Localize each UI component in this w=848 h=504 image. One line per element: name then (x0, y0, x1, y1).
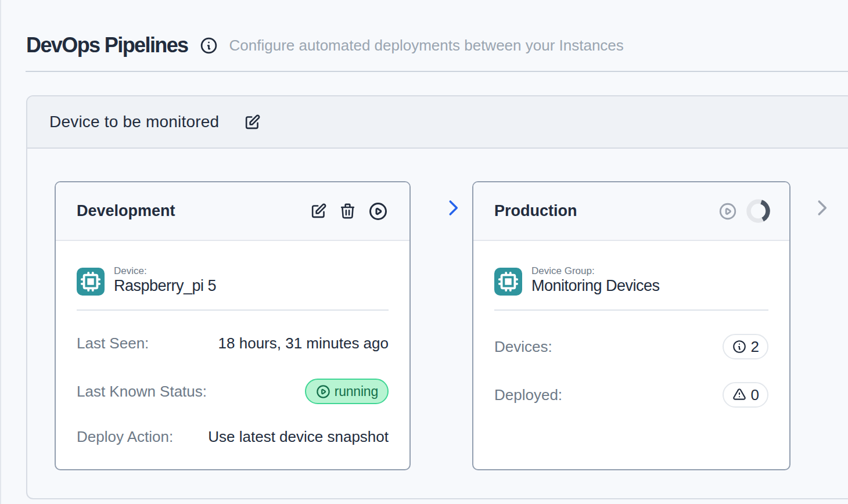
devices-row: Devices: 2 (494, 334, 768, 359)
device-group-label: Device Group: (531, 265, 660, 277)
device-label: Device: (114, 265, 216, 277)
pipeline-card: Device to be monitored Development (26, 95, 848, 499)
trash-icon (339, 202, 357, 220)
page-header: DevOps Pipelines Configure automated dep… (26, 33, 848, 58)
stage-body: Device: Raspberry_pi 5 Last Seen: 18 hou… (56, 268, 409, 446)
stage-card-development: Development (55, 181, 411, 470)
run-pipeline-stage-button-disabled[interactable] (718, 201, 738, 221)
page-title: DevOps Pipelines (26, 33, 188, 58)
row-value: Use latest device snapshot (208, 428, 389, 446)
stage-name: Production (494, 202, 577, 220)
stage-name: Development (77, 202, 175, 220)
run-pipeline-stage-button[interactable] (368, 201, 389, 222)
pencil-square-icon (310, 202, 328, 220)
device-text: Device: Raspberry_pi 5 (114, 265, 216, 294)
count-text: 0 (751, 386, 759, 404)
stage-divider (77, 309, 389, 311)
status-text: running (335, 384, 378, 399)
device-text: Device Group: Monitoring Devices (531, 265, 660, 294)
pencil-square-icon (243, 113, 261, 131)
edit-pipeline-button[interactable] (243, 113, 261, 131)
row-value: 18 hours, 31 minutes ago (218, 334, 389, 352)
chip-icon (497, 271, 519, 293)
warning-triangle-icon (732, 387, 747, 402)
row-label: Deploy Action: (77, 428, 173, 446)
loading-spinner-icon (746, 199, 770, 223)
devops-pipelines-page: DevOps Pipelines Configure automated dep… (0, 0, 848, 504)
chevron-right-icon (811, 197, 833, 219)
deployed-row: Deployed: 0 (494, 382, 768, 408)
row-label: Last Known Status: (77, 383, 207, 401)
stage-connector (411, 181, 472, 470)
play-circle-icon (368, 201, 389, 222)
stage-header-production: Production (473, 182, 789, 241)
pipeline-card-header: Device to be monitored (27, 96, 848, 149)
row-label: Deployed: (494, 386, 562, 404)
devices-count-badge: 2 (723, 334, 768, 359)
stage-actions (718, 199, 770, 223)
chevron-right-icon (442, 197, 464, 219)
info-circle-icon[interactable] (199, 36, 218, 55)
stage-header-development: Development (56, 182, 409, 241)
deploy-action-row: Deploy Action: Use latest device snapsho… (77, 427, 389, 446)
device-chip-tile (77, 268, 105, 296)
play-circle-icon (315, 384, 331, 399)
stage-divider (494, 309, 768, 311)
delete-stage-button[interactable] (339, 202, 357, 220)
page-subtitle: Configure automated deployments between … (229, 36, 624, 55)
count-text: 2 (751, 338, 759, 356)
device-name: Raspberry_pi 5 (114, 277, 216, 294)
deployed-count-badge: 0 (723, 382, 768, 408)
play-circle-icon (718, 201, 738, 221)
stage-body: Device Group: Monitoring Devices Devices… (473, 268, 789, 408)
status-badge-running: running (305, 379, 389, 404)
edit-stage-button[interactable] (310, 202, 328, 220)
row-label: Devices: (494, 338, 552, 356)
chip-icon (80, 271, 102, 293)
device-group-row: Device Group: Monitoring Devices (494, 268, 768, 296)
row-label: Last Seen: (77, 334, 149, 352)
content-left-edge (0, 0, 1, 504)
stage-actions (310, 201, 389, 222)
stage-card-production: Production (472, 181, 790, 470)
pipeline-name: Device to be monitored (49, 113, 219, 131)
pipeline-stages: Development (55, 181, 848, 470)
info-circle-icon (732, 339, 747, 354)
device-chip-tile (494, 268, 522, 296)
header-divider (26, 71, 848, 72)
stage-connector-next (790, 181, 848, 470)
device-group-name: Monitoring Devices (531, 277, 660, 294)
last-known-status-row: Last Known Status: running (77, 379, 389, 404)
device-row: Device: Raspberry_pi 5 (77, 268, 389, 296)
last-seen-row: Last Seen: 18 hours, 31 minutes ago (77, 334, 389, 352)
